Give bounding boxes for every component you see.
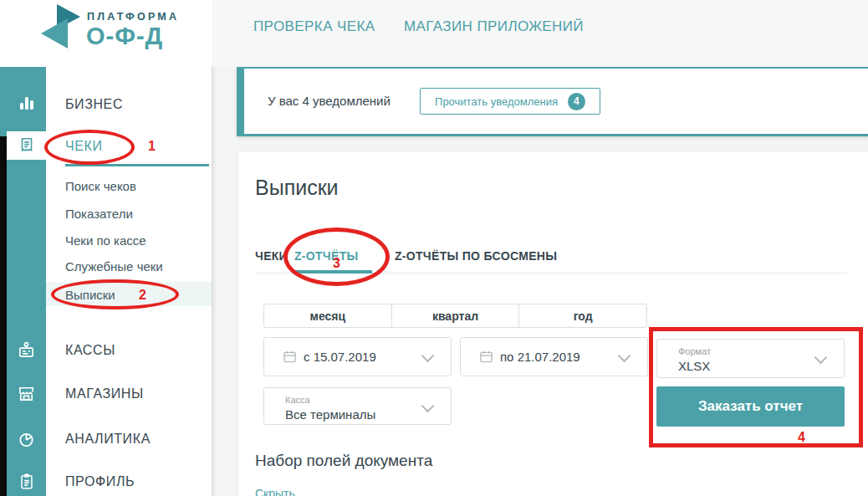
format-select-label: Формат	[678, 346, 711, 356]
date-from-value: с 15.07.2019	[304, 350, 376, 364]
sidebar-item-magaziny[interactable]: МАГАЗИНЫ	[65, 386, 144, 401]
notification-count-badge: 4	[568, 93, 585, 110]
tab-smeny[interactable]: СМЕНЫ	[510, 249, 557, 263]
sidebar-icon-cheki[interactable]	[7, 131, 46, 160]
sidebar-subitem-poisk-chekov[interactable]: Поиск чеков	[65, 179, 136, 193]
left-edge-artifact	[0, 136, 7, 496]
format-select-value: XLSX	[678, 359, 710, 373]
calendar-icon	[283, 350, 297, 364]
sidebar-icon-analitika[interactable]	[7, 424, 46, 454]
platforma-ofd-logo: ПЛАТФОРМА О-Ф-Д	[0, 0, 212, 67]
id-badge-icon	[17, 340, 36, 360]
nav-magazin-prilozheniy[interactable]: МАГАЗИН ПРИЛОЖЕНИЙ	[404, 18, 584, 35]
sidebar-subitem-vypiski[interactable]: Выписки	[65, 288, 115, 302]
logo-text-bottom: О-Ф-Д	[86, 23, 163, 50]
chevron-down-icon	[421, 400, 435, 413]
read-notifications-label: Прочитать уведомления	[435, 95, 558, 108]
sidebar-subitem-cheki-po-kasse[interactable]: Чеки по кассе	[65, 233, 146, 248]
page-title: Выписки	[255, 176, 339, 200]
period-segmented-control: месяц квартал год	[263, 304, 647, 328]
read-notifications-button[interactable]: Прочитать уведомления 4	[420, 88, 600, 115]
notification-accent-bar	[237, 69, 244, 134]
sidebar-subitem-sluzhebnye-cheki[interactable]: Служебные чеки	[65, 259, 163, 274]
period-quarter-button[interactable]: квартал	[392, 304, 520, 327]
active-tab-underline	[294, 270, 372, 274]
period-month-button[interactable]: месяц	[264, 304, 392, 327]
sidebar-icon-business[interactable]	[7, 88, 46, 118]
sidebar-item-cheki[interactable]: ЧЕКИ	[65, 139, 103, 154]
calendar-icon	[479, 350, 493, 364]
order-report-button[interactable]: Заказать отчет	[656, 386, 845, 427]
chevron-down-icon	[814, 351, 828, 365]
pie-chart-icon	[17, 430, 36, 449]
nav-proverka-cheka[interactable]: ПРОВЕРКА ЧЕКА	[253, 18, 375, 35]
kassa-select-value: Все терминалы	[285, 407, 375, 422]
kassa-select-label: Касса	[285, 395, 310, 405]
chevron-down-icon	[421, 350, 435, 363]
sidebar-icon-profil[interactable]	[7, 467, 46, 496]
sidebar-subitem-pokazateli[interactable]: Показатели	[65, 207, 133, 221]
chevron-down-icon	[618, 350, 631, 363]
main-content-card: Выписки ЧЕКИ Z-ОТЧЁТЫ Z-ОТЧЁТЫ ПО БСО СМ…	[238, 152, 868, 496]
sidebar-item-profil[interactable]: ПРОФИЛЬ	[65, 474, 135, 489]
bar-chart-icon	[18, 94, 36, 112]
store-icon	[17, 384, 36, 403]
format-select[interactable]: Формат XLSX	[656, 339, 845, 378]
sidebar-item-kassy[interactable]: КАССЫ	[65, 343, 115, 358]
notification-bar: У вас 4 уведомлений Прочитать уведомлени…	[237, 67, 868, 136]
tab-cheki[interactable]: ЧЕКИ	[255, 249, 288, 263]
cheki-active-underline	[65, 164, 209, 166]
clipboard-icon	[18, 473, 36, 491]
date-from-field[interactable]: с 15.07.2019	[263, 337, 452, 376]
logo-text-top: ПЛАТФОРМА	[87, 11, 179, 23]
sidebar-item-business[interactable]: БИЗНЕС	[65, 97, 123, 112]
sidebar-icon-magaziny[interactable]	[7, 378, 46, 408]
sidebar-item-analitika[interactable]: АНАЛИТИКА	[65, 432, 151, 447]
hide-link[interactable]: Скрыть	[255, 487, 295, 496]
tab-z-otchety[interactable]: Z-ОТЧЁТЫ	[294, 249, 359, 263]
tab-z-otchety-po-bso[interactable]: Z-ОТЧЁТЫ ПО БСО	[395, 249, 510, 263]
receipt-icon	[18, 136, 36, 155]
date-to-value: по 21.07.2019	[500, 350, 580, 364]
period-year-button[interactable]: год	[519, 304, 646, 327]
kassa-select[interactable]: Касса Все терминалы	[263, 387, 452, 425]
document-fields-heading: Набор полей документа	[255, 452, 432, 470]
notification-message: У вас 4 уведомлений	[268, 94, 391, 108]
date-to-field[interactable]: по 21.07.2019	[460, 337, 648, 376]
logo-triangle-light	[41, 18, 68, 49]
sidebar-icon-kassy[interactable]	[7, 335, 46, 365]
